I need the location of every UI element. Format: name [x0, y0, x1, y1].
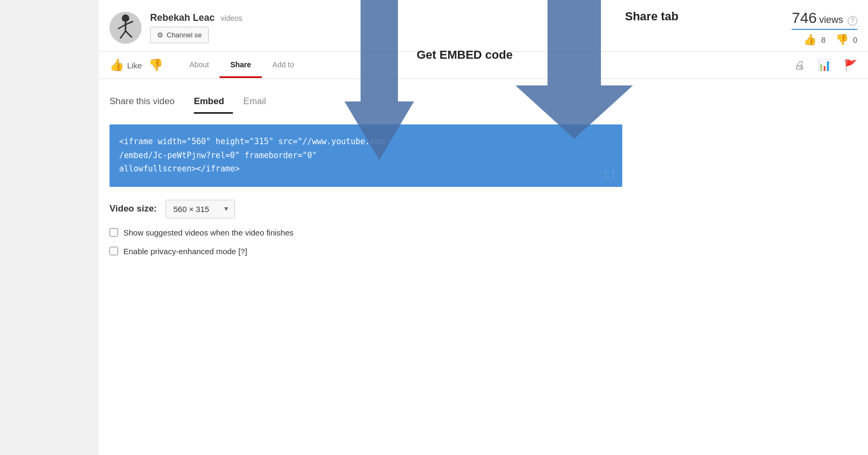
main-inner: Get EMBED code Share tab	[99, 0, 868, 264]
video-size-row: Video size: 560 × 315 640 × 360 853 × 48…	[110, 200, 857, 218]
channel-info: Rebekah Leac videos ⚙ Channel se	[150, 12, 770, 43]
channel-header: Rebekah Leac videos ⚙ Channel se 746 vie…	[99, 0, 868, 52]
privacy-mode-checkbox[interactable]	[110, 247, 118, 255]
channel-name: Rebekah Leac videos	[150, 12, 770, 23]
email-tab[interactable]: Email	[244, 92, 275, 114]
stats-icon[interactable]: 📊	[818, 59, 831, 72]
svg-line-5	[126, 21, 133, 25]
suggested-videos-label[interactable]: Show suggested videos when the video fin…	[123, 228, 294, 237]
nav-like-section: 👍 Like 👎	[110, 52, 163, 79]
flag-icon[interactable]: 🚩	[844, 59, 857, 72]
sidebar	[0, 0, 99, 455]
checkbox-privacy: Enable privacy-enhanced mode [?]	[110, 247, 857, 256]
avatar	[110, 12, 142, 44]
views-help-icon[interactable]: ?	[848, 16, 857, 26]
svg-line-7	[126, 31, 132, 37]
thumbs-up-icon: 👍	[803, 33, 817, 46]
video-size-label: Video size:	[110, 203, 157, 214]
like-button[interactable]: 👍 Like	[110, 58, 142, 72]
suggested-videos-checkbox[interactable]	[110, 228, 118, 237]
nav-tabs: 👍 Like 👎 About Share Add to 🖨 📊	[99, 52, 868, 79]
channel-videos: videos	[221, 14, 242, 22]
tab-about[interactable]: About	[179, 53, 220, 78]
print-icon[interactable]: 🖨	[794, 59, 805, 72]
channel-settings-button[interactable]: ⚙ Channel se	[150, 27, 209, 43]
views-count: 746	[792, 10, 817, 26]
like-dislike-row: 👍 8 👎 0	[792, 33, 857, 46]
main-content: Get EMBED code Share tab	[99, 0, 868, 455]
views-section: 746 views ? 👍 8 👎 0	[770, 10, 857, 46]
views-label: views	[819, 14, 843, 25]
svg-point-2	[122, 14, 129, 22]
share-section: Share this video Embed Email <iframe wid…	[99, 79, 868, 264]
share-this-video-label: Share this video	[110, 92, 183, 114]
like-label: Like	[127, 61, 142, 70]
checkbox-suggested-videos: Show suggested videos when the video fin…	[110, 228, 857, 237]
size-dropdown-wrap: 560 × 315 640 × 360 853 × 480 1280 × 720	[166, 200, 235, 218]
dislikes-count: 0	[853, 35, 857, 44]
svg-line-6	[120, 31, 126, 38]
gear-icon: ⚙	[157, 31, 163, 39]
dislike-button[interactable]: 👎	[148, 58, 163, 72]
privacy-mode-label[interactable]: Enable privacy-enhanced mode [?]	[123, 247, 247, 256]
likes-count: 8	[821, 35, 825, 44]
resize-handle[interactable]: ⋮⋮	[602, 169, 617, 182]
embed-code-box[interactable]: <iframe width="560" height="315" src="//…	[110, 124, 622, 187]
tab-share[interactable]: Share	[220, 53, 262, 78]
embed-code-text: <iframe width="560" height="315" src="//…	[119, 135, 613, 176]
size-dropdown[interactable]: 560 × 315 640 × 360 853 × 480 1280 × 720	[166, 200, 235, 218]
thumbs-down-icon: 👎	[835, 33, 849, 46]
like-thumb-icon: 👍	[110, 58, 124, 72]
tab-addto[interactable]: Add to	[262, 53, 304, 78]
avatar-img	[110, 12, 142, 44]
svg-line-4	[118, 25, 126, 29]
views-underline	[792, 29, 857, 30]
embed-tab[interactable]: Embed	[194, 92, 233, 114]
nav-icons: 🖨 📊 🚩	[794, 59, 857, 72]
share-tabs: Share this video Embed Email	[110, 92, 857, 114]
